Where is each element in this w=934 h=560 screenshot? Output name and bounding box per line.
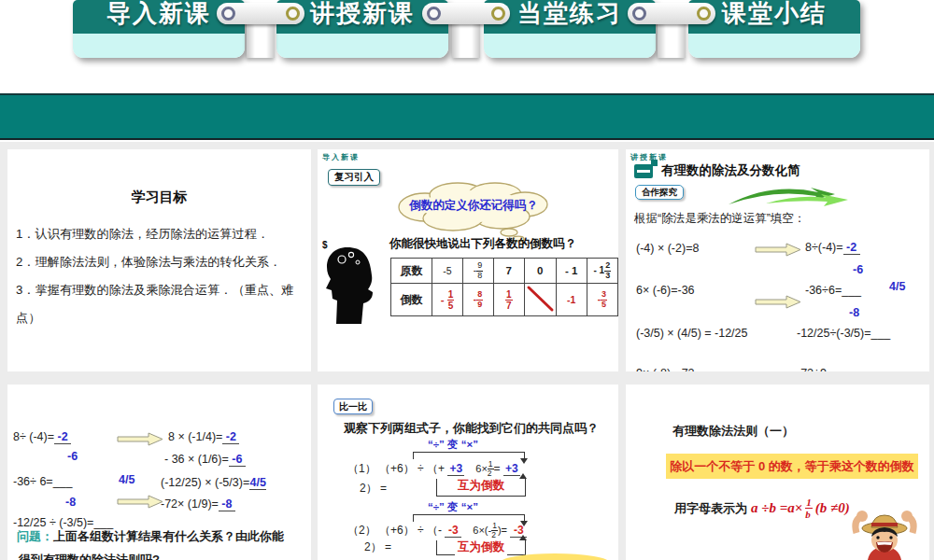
arrow-right-icon xyxy=(755,243,801,257)
question-line-cropped: 得到有理数的除法法则吗? xyxy=(19,552,160,560)
compare-prompt: 观察下列两组式子，你能找到它们的共同点吗？ xyxy=(344,420,599,437)
table-header-original: 原数 xyxy=(391,259,432,284)
table-cell: 7 xyxy=(493,259,524,284)
answer-note: 4/5 xyxy=(889,280,905,293)
equation: -12/25 ÷ (-3/5)=___ xyxy=(13,516,113,529)
table-cell: 17 xyxy=(493,284,524,316)
explore-title: 有理数的除法及分数化简 xyxy=(661,162,800,179)
divide-to-multiply-tag: “÷” 变 “×” xyxy=(428,500,478,514)
tab-label: 课堂小结 xyxy=(722,0,827,30)
bracket-top xyxy=(413,514,525,522)
slide-thumb-rule[interactable]: 有理数除法法则（一） 除以一个不等于 0 的数，等于乘这个数的倒数 用字母表示为… xyxy=(626,385,929,560)
formula-math: a ÷b =a×1b(b ≠0) xyxy=(751,497,850,520)
equation: 6× (-6)=-36 xyxy=(636,284,695,297)
tab-link-icon xyxy=(628,3,715,24)
equation: (-4) × (-2)=8 xyxy=(636,242,699,255)
review-intro-badge: 复习引入 xyxy=(328,169,380,186)
equation-cropped: -72÷9=___ xyxy=(797,367,853,371)
section-number-icon xyxy=(634,164,653,178)
answer-note: 4/5 xyxy=(119,473,134,486)
formula-line: 用字母表示为 a ÷b =a×1b(b ≠0) xyxy=(674,497,850,520)
bracket-bottom: 互为倒数 xyxy=(436,479,526,497)
tab-lead-in-bottom xyxy=(73,34,245,58)
link-ring-icon xyxy=(632,7,646,21)
answer-note: -8 xyxy=(849,306,859,319)
link-ring-icon xyxy=(491,7,505,21)
table-cell-no-reciprocal xyxy=(524,284,556,316)
answer-note: -6 xyxy=(853,263,863,276)
reciprocal-label: 互为倒数 xyxy=(455,478,507,494)
tab-link-icon xyxy=(422,3,510,24)
tab-link-icon xyxy=(217,3,304,24)
cooperate-explore-badge: 合作探究 xyxy=(635,185,684,200)
tab-practice-bottom xyxy=(484,34,656,58)
link-ring-icon xyxy=(221,7,235,21)
slide-thumb-intro[interactable]: 导入新课 复习引入 倒数的定义你还记得吗？ $ 你能很快地说出下列各数的 xyxy=(318,149,618,371)
luffy-cartoon-icon xyxy=(843,509,926,560)
cloud-question-text: 倒数的定义你还记得吗？ xyxy=(403,198,544,214)
table-header-reciprocal: 倒数 xyxy=(391,284,432,316)
slide-thumb-explore[interactable]: 讲授新课 有理数的除法及分数化简 合作探究 根据“除法是乘法的逆运算”填空： (… xyxy=(626,149,929,371)
compare-expression: （1） （+6） ÷ （+ +36×12= +3 xyxy=(347,460,520,479)
reciprocal-label: 互为倒数 xyxy=(455,539,507,555)
tab-label: 导入新课 xyxy=(106,0,211,30)
thinker-head-icon: $ xyxy=(320,239,375,329)
equation: - 36 × (1/6)=-6 xyxy=(164,453,246,467)
arrow-up-icon xyxy=(519,473,527,479)
equation: (-3/5) × (4/5) = -12/25 xyxy=(636,327,748,340)
equation: -72× (1/9)=-8 xyxy=(161,497,235,511)
green-swoosh-icon xyxy=(727,187,850,207)
diagonal-slash-icon xyxy=(525,284,556,314)
reciprocal-question: 你能很快地说出下列各数的倒数吗？ xyxy=(389,236,576,252)
arrow-up-icon xyxy=(519,535,527,540)
divide-to-multiply-tag: “÷” 变 “×” xyxy=(428,438,478,452)
equation: 8÷ (-4)=-2 xyxy=(13,430,71,444)
section-number-icon-accent xyxy=(651,160,658,166)
equation: 8÷(-4)=-2 xyxy=(805,241,860,255)
answer-note: -8 xyxy=(65,496,76,509)
equation: -36÷6=___ xyxy=(805,284,861,297)
fill-blank-prompt: 根据“除法是乘法的逆运算”填空： xyxy=(634,211,805,227)
arrow-right-icon xyxy=(116,495,164,509)
table-cell: -1 xyxy=(556,284,587,316)
arrow-right-icon xyxy=(755,295,801,309)
goals-item: 2．理解除法法则，体验除法与乘法的转化关系． xyxy=(16,248,300,276)
table-cell: -89 xyxy=(463,284,494,316)
bracket-top xyxy=(413,452,525,459)
tab-label: 讲授新课 xyxy=(310,0,415,30)
compare-badge: 比一比 xyxy=(333,399,373,414)
equation: 8 × (-1/4)=-2 xyxy=(168,430,239,444)
equation: -12/25÷(-3/5)=___ xyxy=(797,327,890,340)
tab-label: 当堂练习 xyxy=(517,0,622,30)
slide-thumb-compare[interactable]: 比一比 观察下列两组式子，你能找到它们的共同点吗？ “÷” 变 “×” （1） … xyxy=(318,385,618,560)
compare-expression: 2） = xyxy=(360,481,387,497)
tab-summary-bottom xyxy=(688,34,860,58)
slide-thumb-goals[interactable]: 学习目标 1．认识有理数的除法，经历除法的运算过程． 2．理解除法法则，体验除法… xyxy=(7,149,311,371)
table-cell: 0 xyxy=(524,259,556,284)
equation-cropped: 9× (-8)=-72 xyxy=(636,367,695,371)
table-cell: - 1 xyxy=(556,259,587,284)
svg-text:$: $ xyxy=(322,240,328,250)
arrow-right-icon xyxy=(116,432,164,446)
question-label: 问题： xyxy=(17,529,53,543)
table-cell: -98 xyxy=(463,259,494,284)
slide-overview-page: 导入新课 讲授新课 当堂练习 课堂小结 学习目标 1．认识有理数的除法，经历除法… xyxy=(0,0,934,560)
equation: -36÷ 6=___ xyxy=(13,475,73,488)
question-line: 问题：上面各组数计算结果有什么关系？由此你能 xyxy=(17,528,284,545)
section-banner xyxy=(0,93,934,140)
table-cell: -5 xyxy=(432,259,463,284)
goals-title: 学习目标 xyxy=(7,189,311,206)
reciprocal-table: 原数 -5 -98 7 0 - 1 - 123 倒数 - 15 -89 xyxy=(390,258,618,316)
compare-expression: （2） （+6） ÷ （- -36×(-12)= -3 xyxy=(347,522,527,540)
rule-highlight: 除以一个不等于 0 的数，等于乘这个数的倒数 xyxy=(666,454,918,479)
goals-item: 3．掌握有理数的除法及乘除混合运算．（重点、难点） xyxy=(16,276,298,332)
slide-thumb-derive[interactable]: 8÷ (-4)=-2 -6 -36÷ 6=___ -8 -12/25 ÷ (-3… xyxy=(7,385,311,560)
table-cell: -35 xyxy=(587,284,617,316)
formula-lead: 用字母表示为 xyxy=(674,500,747,517)
link-ring-icon xyxy=(427,7,441,21)
goals-item: 1．认识有理数的除法，经历除法的运算过程． xyxy=(16,220,300,248)
tab-teach-bottom xyxy=(276,34,448,58)
link-ring-icon xyxy=(697,7,711,21)
arrow-down-icon xyxy=(520,458,528,464)
corner-label: 讲授新课 xyxy=(630,152,668,162)
